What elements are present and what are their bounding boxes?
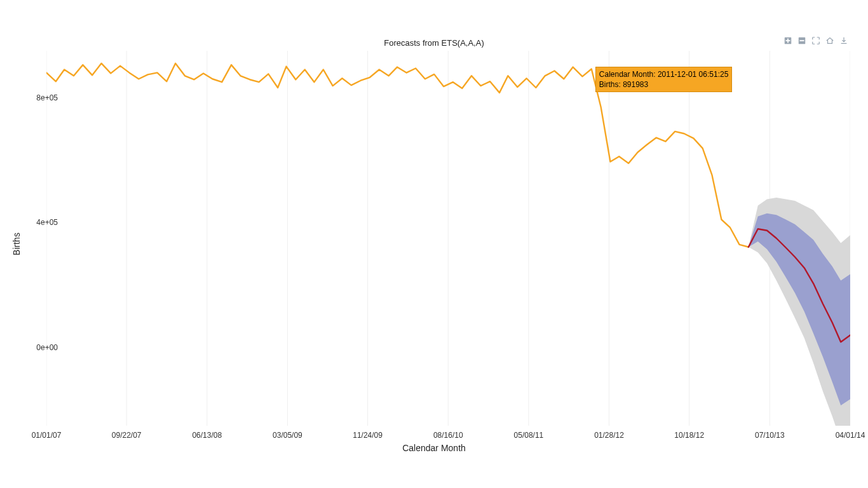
x-tick-label: 07/10/13 xyxy=(755,431,785,440)
x-tick-label: 09/22/07 xyxy=(112,431,142,440)
hover-tooltip: Calendar Month: 2011-12-01 06:51:25 Birt… xyxy=(595,67,732,92)
y-tick-label: 8e+05 xyxy=(36,93,58,102)
svg-rect-2 xyxy=(786,40,790,41)
x-tick-label: 11/24/09 xyxy=(353,431,383,440)
x-tick-label: 03/05/09 xyxy=(273,431,302,440)
y-tick-label: 0e+00 xyxy=(36,343,58,352)
autoscale-icon[interactable] xyxy=(811,36,821,46)
zoom-in-icon[interactable] xyxy=(783,36,793,46)
home-icon[interactable] xyxy=(825,36,835,46)
x-axis-label: Calendar Month xyxy=(0,443,868,453)
y-axis-label: Births xyxy=(11,233,22,255)
x-tick-label: 05/08/11 xyxy=(514,431,544,440)
x-tick-label: 10/18/12 xyxy=(674,431,704,440)
x-tick-label: 01/28/12 xyxy=(594,431,624,440)
svg-rect-4 xyxy=(800,40,804,41)
tooltip-x: Calendar Month: 2011-12-01 06:51:25 xyxy=(599,69,728,79)
x-tick-label: 04/01/14 xyxy=(836,431,865,440)
tooltip-y: Births: 891983 xyxy=(599,79,728,90)
download-icon[interactable] xyxy=(839,36,849,46)
zoom-out-icon[interactable] xyxy=(797,36,807,46)
y-tick-label: 4e+05 xyxy=(36,218,58,227)
x-tick-label: 06/13/08 xyxy=(192,431,222,440)
forecast-chart[interactable] xyxy=(46,51,850,426)
x-tick-label: 08/16/10 xyxy=(433,431,463,440)
chart-toolbar xyxy=(783,36,849,46)
chart-title: Forecasts from ETS(A,A,A) xyxy=(0,38,868,48)
x-tick-label: 01/01/07 xyxy=(32,431,62,440)
